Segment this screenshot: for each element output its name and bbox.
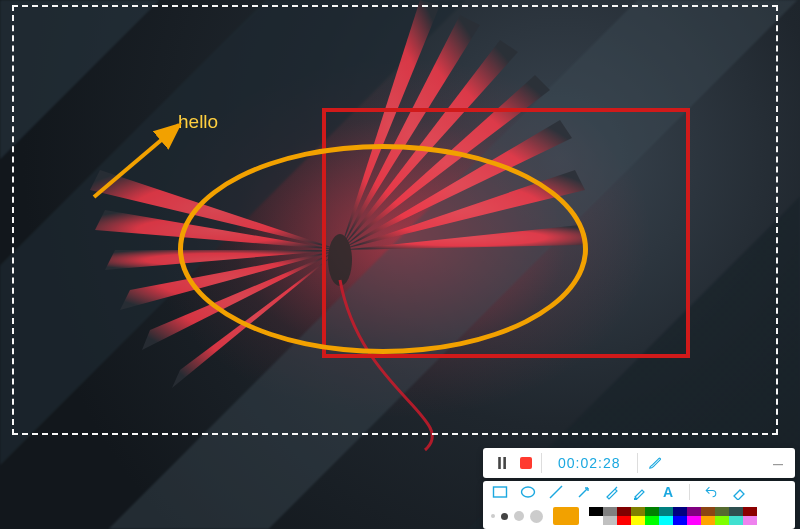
color-swatch[interactable] (743, 516, 757, 525)
annotation-toolbar: A (483, 481, 795, 529)
brush-size-dot[interactable] (501, 513, 508, 520)
draw-toggle-button[interactable] (638, 448, 672, 478)
tool-undo[interactable] (702, 483, 720, 501)
color-palette (589, 507, 757, 525)
color-swatch[interactable] (603, 507, 617, 516)
color-swatch[interactable] (631, 516, 645, 525)
color-swatch[interactable] (701, 516, 715, 525)
recorder-toolbar: 00:02:28 – (483, 448, 795, 478)
pause-icon (498, 457, 507, 469)
tool-row: A (483, 481, 795, 503)
svg-line-6 (550, 486, 562, 498)
color-swatch[interactable] (645, 516, 659, 525)
tool-ellipse[interactable] (519, 483, 537, 501)
color-swatch[interactable] (645, 507, 659, 516)
color-swatch[interactable] (687, 507, 701, 516)
tool-arrow[interactable] (575, 483, 593, 501)
tool-text[interactable]: A (659, 483, 677, 501)
color-swatch[interactable] (589, 507, 603, 516)
annotation-ellipse[interactable] (178, 144, 588, 354)
separator (689, 484, 690, 500)
svg-line-7 (579, 488, 588, 497)
color-swatch[interactable] (617, 516, 631, 525)
brush-size-dot[interactable] (491, 514, 495, 518)
color-swatch[interactable] (603, 516, 617, 525)
pause-button[interactable] (489, 448, 515, 478)
svg-point-5 (522, 487, 535, 497)
picker-row (483, 503, 795, 529)
color-swatch[interactable] (589, 516, 603, 525)
annotation-text[interactable]: hello (178, 111, 218, 133)
brush-icon (647, 455, 663, 471)
color-swatch[interactable] (715, 516, 729, 525)
tool-marker[interactable] (631, 483, 649, 501)
stop-icon (520, 457, 532, 469)
color-swatch[interactable] (673, 507, 687, 516)
tool-pen[interactable] (603, 483, 621, 501)
color-swatch[interactable] (673, 516, 687, 525)
color-swatch[interactable] (659, 507, 673, 516)
current-color-swatch[interactable] (553, 507, 579, 525)
tool-eraser[interactable] (730, 483, 748, 501)
tool-rectangle[interactable] (491, 483, 509, 501)
minimize-button[interactable]: – (765, 448, 791, 478)
color-swatch[interactable] (701, 507, 715, 516)
color-swatch[interactable] (729, 516, 743, 525)
svg-rect-3 (503, 457, 506, 469)
color-swatch[interactable] (617, 507, 631, 516)
color-swatch[interactable] (659, 516, 673, 525)
color-swatch[interactable] (631, 507, 645, 516)
brush-size-dot[interactable] (530, 510, 543, 523)
svg-rect-4 (494, 487, 507, 497)
color-swatch[interactable] (715, 507, 729, 516)
color-swatch[interactable] (729, 507, 743, 516)
recording-timer: 00:02:28 (542, 455, 637, 471)
color-swatch[interactable] (687, 516, 701, 525)
brush-size-dot[interactable] (514, 511, 524, 521)
color-swatch[interactable] (743, 507, 757, 516)
tool-line[interactable] (547, 483, 565, 501)
brush-size-picker (491, 510, 543, 523)
stop-button[interactable] (515, 448, 537, 478)
svg-rect-2 (498, 457, 501, 469)
